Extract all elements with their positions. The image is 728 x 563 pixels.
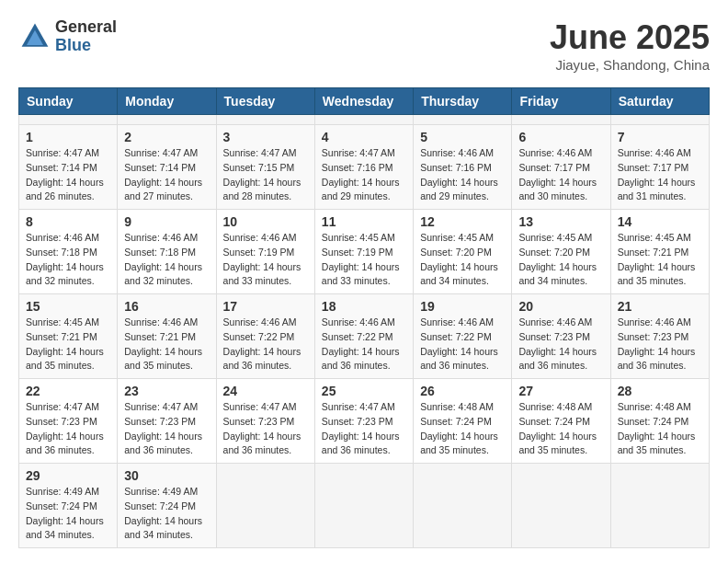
calendar-cell: 26Sunrise: 4:48 AMSunset: 7:24 PMDayligh… [414, 379, 512, 464]
calendar-cell: 20Sunrise: 4:46 AMSunset: 7:23 PMDayligh… [512, 294, 610, 379]
day-number: 25 [322, 384, 406, 398]
day-info: Sunrise: 4:48 AMSunset: 7:24 PMDaylight:… [518, 400, 603, 458]
calendar-cell: 28Sunrise: 4:48 AMSunset: 7:24 PMDayligh… [610, 379, 709, 464]
calendar-cell [610, 115, 709, 125]
calendar-cell: 29Sunrise: 4:49 AMSunset: 7:24 PMDayligh… [19, 464, 118, 548]
calendar-cell: 9Sunrise: 4:46 AMSunset: 7:18 PMDaylight… [118, 210, 216, 294]
calendar-cell: 24Sunrise: 4:47 AMSunset: 7:23 PMDayligh… [216, 379, 314, 464]
day-info: Sunrise: 4:46 AMSunset: 7:19 PMDaylight:… [223, 231, 308, 289]
day-number: 21 [618, 299, 702, 314]
header-thursday: Thursday [414, 88, 512, 115]
logo-icon [18, 20, 51, 53]
day-info: Sunrise: 4:46 AMSunset: 7:17 PMDaylight:… [618, 146, 702, 204]
day-number: 24 [223, 384, 308, 398]
header-wednesday: Wednesday [314, 88, 413, 115]
calendar-cell: 14Sunrise: 4:45 AMSunset: 7:21 PMDayligh… [610, 210, 709, 294]
day-info: Sunrise: 4:45 AMSunset: 7:19 PMDaylight:… [322, 231, 406, 289]
day-number: 11 [322, 214, 406, 229]
location-subtitle: Jiayue, Shandong, China [550, 57, 710, 73]
day-info: Sunrise: 4:47 AMSunset: 7:23 PMDaylight:… [26, 400, 110, 458]
calendar-week-0 [19, 115, 710, 125]
calendar-cell: 13Sunrise: 4:45 AMSunset: 7:20 PMDayligh… [512, 210, 610, 294]
calendar-cell: 4Sunrise: 4:47 AMSunset: 7:16 PMDaylight… [314, 125, 413, 210]
calendar-cell: 25Sunrise: 4:47 AMSunset: 7:23 PMDayligh… [314, 379, 413, 464]
header-monday: Monday [118, 88, 216, 115]
day-info: Sunrise: 4:48 AMSunset: 7:24 PMDaylight:… [618, 400, 702, 458]
day-info: Sunrise: 4:46 AMSunset: 7:21 PMDaylight:… [124, 316, 209, 373]
calendar-cell [118, 115, 216, 125]
day-info: Sunrise: 4:46 AMSunset: 7:22 PMDaylight:… [420, 316, 505, 373]
calendar-cell [216, 464, 314, 548]
day-number: 4 [322, 130, 406, 144]
day-number: 29 [26, 468, 110, 483]
calendar-cell: 11Sunrise: 4:45 AMSunset: 7:19 PMDayligh… [314, 210, 413, 294]
calendar-cell: 16Sunrise: 4:46 AMSunset: 7:21 PMDayligh… [118, 294, 216, 379]
day-info: Sunrise: 4:47 AMSunset: 7:23 PMDaylight:… [322, 400, 406, 458]
day-info: Sunrise: 4:45 AMSunset: 7:21 PMDaylight:… [26, 316, 110, 373]
calendar-cell: 3Sunrise: 4:47 AMSunset: 7:15 PMDaylight… [216, 125, 314, 210]
calendar-table: SundayMondayTuesdayWednesdayThursdayFrid… [18, 87, 710, 548]
day-number: 8 [26, 214, 110, 229]
day-info: Sunrise: 4:46 AMSunset: 7:18 PMDaylight:… [124, 231, 209, 289]
month-title: June 2025 [550, 18, 710, 57]
day-number: 10 [223, 214, 308, 229]
logo-blue-text: Blue [55, 37, 117, 55]
calendar-cell: 27Sunrise: 4:48 AMSunset: 7:24 PMDayligh… [512, 379, 610, 464]
day-number: 12 [420, 214, 505, 229]
calendar-cell [216, 115, 314, 125]
day-info: Sunrise: 4:46 AMSunset: 7:23 PMDaylight:… [518, 316, 603, 373]
calendar-cell: 1Sunrise: 4:47 AMSunset: 7:14 PMDaylight… [19, 125, 118, 210]
calendar-cell: 19Sunrise: 4:46 AMSunset: 7:22 PMDayligh… [414, 294, 512, 379]
calendar-cell: 21Sunrise: 4:46 AMSunset: 7:23 PMDayligh… [610, 294, 709, 379]
calendar-cell: 10Sunrise: 4:46 AMSunset: 7:19 PMDayligh… [216, 210, 314, 294]
day-info: Sunrise: 4:46 AMSunset: 7:17 PMDaylight:… [518, 146, 603, 204]
calendar-cell [314, 115, 413, 125]
day-info: Sunrise: 4:45 AMSunset: 7:21 PMDaylight:… [618, 231, 702, 289]
calendar-cell [414, 115, 512, 125]
day-info: Sunrise: 4:46 AMSunset: 7:18 PMDaylight:… [26, 231, 110, 289]
day-info: Sunrise: 4:47 AMSunset: 7:14 PMDaylight:… [124, 146, 209, 204]
calendar-cell: 23Sunrise: 4:47 AMSunset: 7:23 PMDayligh… [118, 379, 216, 464]
calendar-cell: 2Sunrise: 4:47 AMSunset: 7:14 PMDaylight… [118, 125, 216, 210]
calendar-cell: 15Sunrise: 4:45 AMSunset: 7:21 PMDayligh… [19, 294, 118, 379]
day-info: Sunrise: 4:49 AMSunset: 7:24 PMDaylight:… [26, 485, 110, 543]
day-number: 2 [124, 130, 209, 144]
day-number: 27 [518, 384, 603, 398]
header-tuesday: Tuesday [216, 88, 314, 115]
title-block: June 2025 Jiayue, Shandong, China [550, 18, 710, 73]
header-friday: Friday [512, 88, 610, 115]
day-info: Sunrise: 4:47 AMSunset: 7:23 PMDaylight:… [223, 400, 308, 458]
calendar-cell: 7Sunrise: 4:46 AMSunset: 7:17 PMDaylight… [610, 125, 709, 210]
day-info: Sunrise: 4:49 AMSunset: 7:24 PMDaylight:… [124, 485, 209, 543]
day-info: Sunrise: 4:47 AMSunset: 7:14 PMDaylight:… [26, 146, 110, 204]
calendar-week-5: 29Sunrise: 4:49 AMSunset: 7:24 PMDayligh… [19, 464, 710, 548]
calendar-cell [19, 115, 118, 125]
day-info: Sunrise: 4:46 AMSunset: 7:23 PMDaylight:… [618, 316, 702, 373]
calendar-cell: 12Sunrise: 4:45 AMSunset: 7:20 PMDayligh… [414, 210, 512, 294]
calendar-header-row: SundayMondayTuesdayWednesdayThursdayFrid… [19, 88, 710, 115]
calendar-week-4: 22Sunrise: 4:47 AMSunset: 7:23 PMDayligh… [19, 379, 710, 464]
day-number: 17 [223, 299, 308, 314]
day-number: 5 [420, 130, 505, 144]
calendar-week-1: 1Sunrise: 4:47 AMSunset: 7:14 PMDaylight… [19, 125, 710, 210]
day-info: Sunrise: 4:46 AMSunset: 7:22 PMDaylight:… [322, 316, 406, 373]
day-info: Sunrise: 4:47 AMSunset: 7:23 PMDaylight:… [124, 400, 209, 458]
day-number: 22 [26, 384, 110, 398]
calendar-cell: 22Sunrise: 4:47 AMSunset: 7:23 PMDayligh… [19, 379, 118, 464]
calendar-week-2: 8Sunrise: 4:46 AMSunset: 7:18 PMDaylight… [19, 210, 710, 294]
day-info: Sunrise: 4:45 AMSunset: 7:20 PMDaylight:… [420, 231, 505, 289]
day-number: 23 [124, 384, 209, 398]
day-info: Sunrise: 4:47 AMSunset: 7:15 PMDaylight:… [223, 146, 308, 204]
calendar-week-3: 15Sunrise: 4:45 AMSunset: 7:21 PMDayligh… [19, 294, 710, 379]
calendar-cell [610, 464, 709, 548]
calendar-cell: 30Sunrise: 4:49 AMSunset: 7:24 PMDayligh… [118, 464, 216, 548]
day-number: 20 [518, 299, 603, 314]
day-number: 6 [518, 130, 603, 144]
day-number: 15 [26, 299, 110, 314]
day-number: 30 [124, 468, 209, 483]
logo: General Blue [18, 18, 117, 55]
day-info: Sunrise: 4:45 AMSunset: 7:20 PMDaylight:… [518, 231, 603, 289]
calendar-cell: 5Sunrise: 4:46 AMSunset: 7:16 PMDaylight… [414, 125, 512, 210]
day-number: 28 [618, 384, 702, 398]
day-info: Sunrise: 4:46 AMSunset: 7:22 PMDaylight:… [223, 316, 308, 373]
